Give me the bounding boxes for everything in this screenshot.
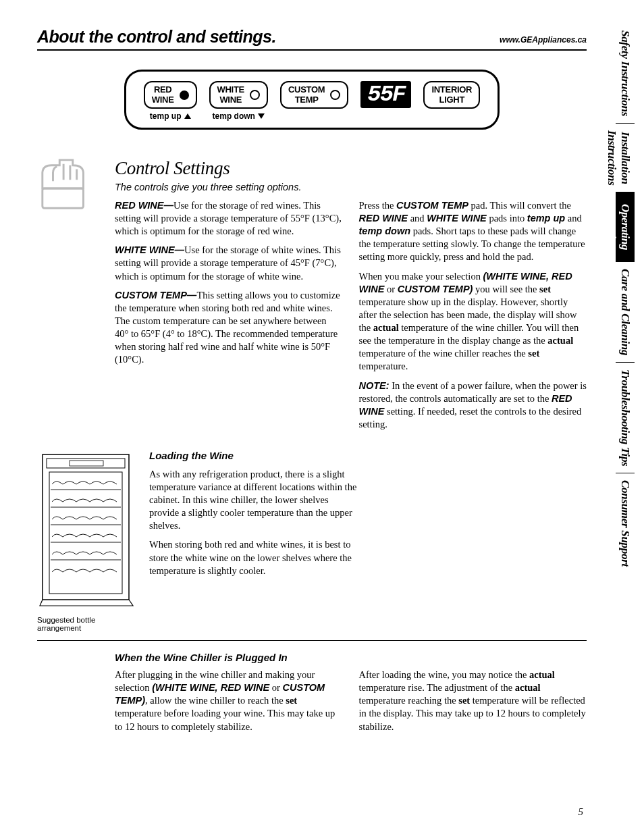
svg-rect-2 [47,459,125,468]
svg-rect-1 [43,454,129,600]
tab-consumer[interactable]: Consumer Support [616,473,635,573]
control-settings-section: Control Settings The controls give you t… [37,158,587,437]
body-text-right: After loading the wine, you may notice t… [359,669,587,739]
section-heading: Control Settings [115,158,587,179]
header-url: www.GEAppliances.ca [500,35,587,45]
wine-chiller-icon [37,449,135,608]
control-panel: REDWINE temp up WHITEWINE temp down CUST… [124,70,500,130]
page-title: About the control and settings. [37,27,276,47]
svg-rect-3 [70,461,103,466]
page-header: About the control and settings. www.GEAp… [37,27,587,51]
white-wine-button[interactable]: WHITEWINE [209,81,268,109]
body-text-left: After plugging in the wine chiller and m… [115,669,343,739]
tab-safety[interactable]: Safety Instructions [616,24,635,123]
indicator-dot-icon [180,90,189,100]
arrow-down-icon [258,113,265,119]
tab-operating[interactable]: Operating Instructions [616,192,635,261]
figure-caption: Suggested bottle arrangement [37,616,137,632]
red-wine-button[interactable]: REDWINE [144,81,197,109]
temperature-display: 55F [360,81,411,108]
page-number: 5 [579,806,584,818]
svg-rect-4 [49,472,122,594]
divider [37,640,587,641]
body-text: As with any refrigeration product, there… [149,468,359,533]
indicator-ring-icon [250,90,260,100]
tab-care[interactable]: Care and Cleaning [616,261,635,362]
temp-down-label: temp down [209,111,268,121]
control-panel-figure: REDWINE temp up WHITEWINE temp down CUST… [37,70,587,130]
plugged-in-section: When the Wine Chiller is Plugged In Afte… [37,652,587,739]
tab-troubleshooting[interactable]: Troubleshooting Tips [616,362,635,473]
hand-pointing-icon [37,158,97,213]
custom-temp-button[interactable]: CUSTOMTEMP [280,81,348,109]
plugged-heading: When the Wine Chiller is Plugged In [115,652,587,663]
loading-heading: Loading the Wine [149,449,359,463]
temp-up-label: temp up [144,111,197,121]
interior-light-button[interactable]: INTERIORLIGHT [423,81,480,109]
arrow-up-icon [184,113,191,119]
section-subtitle: The controls give you three setting opti… [115,182,587,192]
body-text: When storing both red and white wines, i… [149,538,359,577]
tab-installation[interactable]: Installation Instructions [616,123,635,192]
body-text-left: RED WINE—Use for the storage of red wine… [115,199,343,437]
side-tab-nav: Safety Instructions Installation Instruc… [616,24,635,573]
svg-rect-0 [43,188,84,208]
indicator-ring-icon [330,90,340,100]
loading-wine-section: Suggested bottle arrangement Loading the… [37,449,587,632]
body-text-right: Press the CUSTOM TEMP pad. This will con… [359,199,587,437]
